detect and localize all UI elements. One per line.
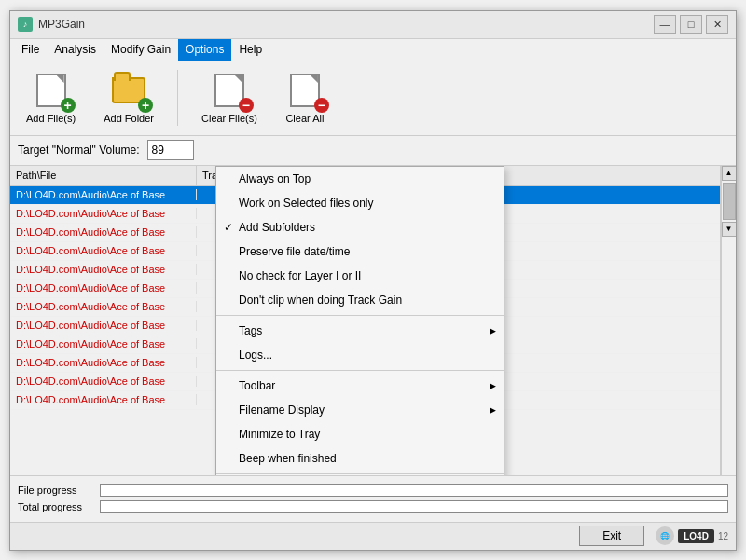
app-icon: ♪	[18, 17, 33, 32]
menu-item-filename-display[interactable]: Filename Display	[216, 398, 504, 422]
plus-icon: +	[61, 98, 76, 113]
add-folder-label: Add Folder	[104, 113, 154, 124]
total-progress-row: Total progress	[18, 500, 728, 513]
add-files-button[interactable]: + Add File(s)	[18, 67, 84, 129]
clear-all-button[interactable]: − Clear All	[277, 67, 333, 129]
menu-item-toolbar[interactable]: Toolbar	[216, 374, 504, 398]
exit-button[interactable]: Exit	[579, 526, 644, 546]
menu-separator	[216, 473, 504, 474]
maximize-button[interactable]: □	[680, 15, 702, 34]
menu-bar: File Analysis Modify Gain Options Help	[10, 39, 736, 61]
menu-separator	[216, 315, 504, 316]
total-progress-bar	[100, 500, 728, 513]
menu-item-no-clip[interactable]: Don't clip when doing Track Gain	[216, 288, 504, 312]
menu-modify-gain[interactable]: Modify Gain	[104, 39, 178, 61]
toolbar: + Add File(s) + Add Folder − Clear File(…	[10, 61, 736, 136]
menu-item-work-selected[interactable]: Work on Selected files only	[216, 191, 504, 215]
main-content: Path\File Track Gain clip(Track) Album V…	[10, 166, 736, 475]
menu-file[interactable]: File	[14, 39, 47, 61]
clear-all-icon: −	[286, 72, 324, 109]
file-progress-row: File progress	[18, 484, 728, 497]
menu-item-minimize-tray[interactable]: Minimize to Tray	[216, 422, 504, 446]
menu-analysis[interactable]: Analysis	[47, 39, 104, 61]
clear-files-icon: −	[211, 72, 248, 109]
total-progress-label: Total progress	[18, 501, 92, 512]
file-progress-label: File progress	[18, 485, 92, 496]
menu-item-add-subfolders[interactable]: Add Subfolders	[216, 215, 504, 239]
target-label: Target "Normal" Volume:	[18, 143, 140, 157]
file-progress-bar	[100, 484, 728, 497]
bottom-right: Exit 🌐 LO4D 12	[579, 526, 728, 546]
title-bar: ♪ MP3Gain — □ ✕	[10, 11, 736, 39]
options-dropdown-menu: Always on TopWork on Selected files only…	[215, 166, 504, 475]
menu-item-no-check-layer[interactable]: No check for Layer I or II	[216, 264, 504, 288]
target-bar: Target "Normal" Volume:	[10, 136, 736, 166]
add-files-label: Add File(s)	[26, 113, 76, 124]
add-folder-icon: +	[110, 72, 147, 109]
lo4d-badge: 🌐 LO4D 12	[656, 526, 728, 545]
menu-item-tags[interactable]: Tags	[216, 319, 504, 343]
menu-separator	[216, 370, 504, 371]
target-volume-input[interactable]	[147, 140, 194, 160]
menu-item-logs[interactable]: Logs...	[216, 343, 504, 367]
close-button[interactable]: ✕	[706, 15, 728, 34]
minimize-button[interactable]: —	[654, 15, 676, 34]
menu-item-always-on-top[interactable]: Always on Top	[216, 167, 504, 191]
clear-files-button[interactable]: − Clear File(s)	[193, 67, 266, 129]
lo4d-logo-text: LO4D	[678, 529, 714, 543]
dropdown-overlay: Always on TopWork on Selected files only…	[10, 166, 736, 475]
add-folder-button[interactable]: + Add Folder	[95, 67, 162, 129]
menu-options[interactable]: Options	[178, 39, 231, 61]
clear-files-label: Clear File(s)	[201, 113, 257, 124]
toolbar-separator	[177, 70, 178, 126]
folder-plus-icon: +	[138, 98, 153, 113]
clear-all-minus-icon: −	[314, 98, 329, 113]
title-bar-text: MP3Gain	[38, 18, 654, 31]
lo4d-icon: 🌐	[656, 526, 674, 545]
title-bar-controls: — □ ✕	[654, 15, 728, 34]
page-number: 12	[718, 531, 728, 541]
status-bar: File progress Total progress	[10, 475, 736, 522]
add-files-icon: +	[33, 72, 70, 109]
menu-help[interactable]: Help	[231, 39, 269, 61]
menu-item-beep-finished[interactable]: Beep when finished	[216, 446, 504, 471]
bottom-bar: Exit 🌐 LO4D 12	[10, 522, 736, 550]
main-window: ♪ MP3Gain — □ ✕ File Analysis Modify Gai…	[9, 10, 737, 551]
minus-icon: −	[239, 98, 254, 113]
clear-all-label: Clear All	[285, 113, 324, 124]
menu-item-preserve-date[interactable]: Preserve file date/time	[216, 239, 504, 264]
